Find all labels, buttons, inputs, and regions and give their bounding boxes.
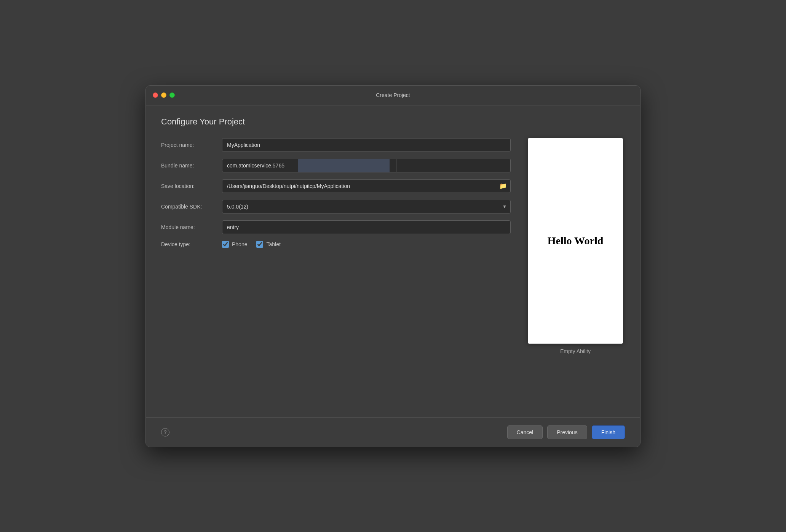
compatible-sdk-select[interactable]: 5.0.0(12) 4.1.0(11) 4.0.0(10) xyxy=(222,200,511,213)
main-area: Project name: Bundle name: Save location… xyxy=(161,138,625,406)
phone-label: Phone xyxy=(232,241,247,247)
titlebar: Create Project xyxy=(146,86,640,105)
module-name-row: Module name: xyxy=(161,220,511,234)
bundle-name-input[interactable] xyxy=(222,159,396,172)
finish-button[interactable]: Finish xyxy=(592,425,625,439)
main-window: Create Project Configure Your Project Pr… xyxy=(145,85,641,447)
module-name-label: Module name: xyxy=(161,224,222,230)
preview-template-label: Empty Ability xyxy=(560,348,591,354)
compatible-sdk-row: Compatible SDK: 5.0.0(12) 4.1.0(11) 4.0.… xyxy=(161,200,511,213)
module-name-input[interactable] xyxy=(222,220,511,234)
footer-buttons: Cancel Previous Finish xyxy=(507,425,625,439)
device-type-checkboxes: Phone Tablet xyxy=(222,241,281,248)
phone-checkbox[interactable] xyxy=(222,241,229,248)
page-title: Configure Your Project xyxy=(161,117,625,127)
bundle-name-inputs xyxy=(222,159,511,172)
bundle-name-label: Bundle name: xyxy=(161,162,222,169)
content-area: Configure Your Project Project name: Bun… xyxy=(146,105,640,417)
preview-hello-world: Hello World xyxy=(548,235,604,247)
help-icon[interactable]: ? xyxy=(161,428,169,436)
form-section: Project name: Bundle name: Save location… xyxy=(161,138,511,406)
save-location-field: 📁 xyxy=(222,179,511,193)
tablet-label: Tablet xyxy=(266,241,280,247)
folder-icon[interactable]: 📁 xyxy=(499,182,507,190)
preview-section: Hello World Empty Ability xyxy=(526,138,625,406)
device-type-row: Device type: Phone Tablet xyxy=(161,241,511,248)
bundle-name-suffix-input[interactable] xyxy=(396,159,511,172)
project-name-row: Project name: xyxy=(161,138,511,152)
phone-checkbox-item[interactable]: Phone xyxy=(222,241,247,248)
maximize-button[interactable] xyxy=(169,92,175,98)
save-location-row: Save location: 📁 xyxy=(161,179,511,193)
tablet-checkbox[interactable] xyxy=(256,241,263,248)
bundle-name-row: Bundle name: xyxy=(161,159,511,172)
project-name-label: Project name: xyxy=(161,142,222,148)
minimize-button[interactable] xyxy=(161,92,166,98)
traffic-lights xyxy=(153,92,175,98)
tablet-checkbox-item[interactable]: Tablet xyxy=(256,241,280,248)
previous-button[interactable]: Previous xyxy=(547,425,587,439)
cancel-button[interactable]: Cancel xyxy=(507,425,543,439)
project-name-input[interactable] xyxy=(222,138,511,152)
device-type-label: Device type: xyxy=(161,241,222,247)
close-button[interactable] xyxy=(153,92,158,98)
footer: ? Cancel Previous Finish xyxy=(146,417,640,447)
save-location-input[interactable] xyxy=(222,179,511,193)
compatible-sdk-select-wrapper: 5.0.0(12) 4.1.0(11) 4.0.0(10) ▼ xyxy=(222,200,511,213)
compatible-sdk-label: Compatible SDK: xyxy=(161,204,222,210)
preview-phone-mockup: Hello World xyxy=(528,138,623,344)
save-location-label: Save location: xyxy=(161,183,222,189)
window-title: Create Project xyxy=(376,92,410,98)
